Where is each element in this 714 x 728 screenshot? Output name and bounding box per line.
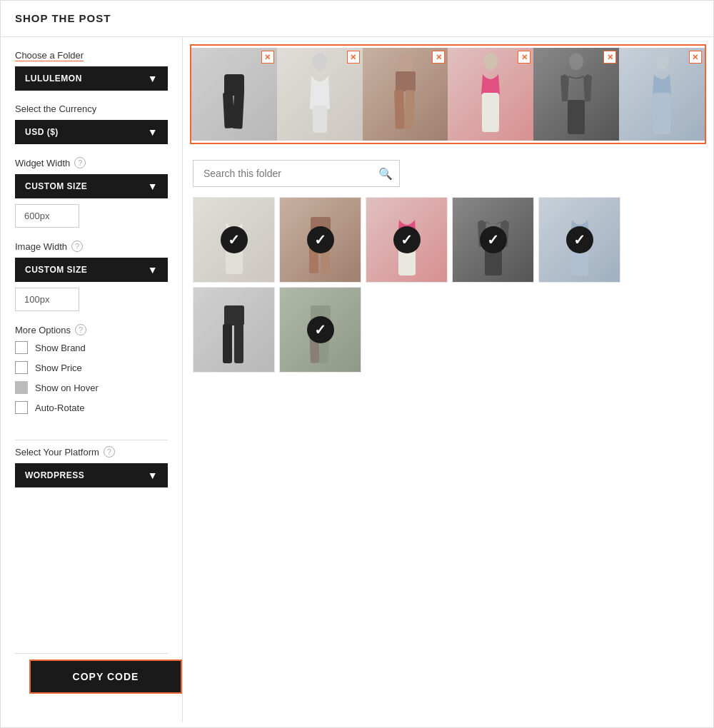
- show-brand-checkbox[interactable]: [15, 341, 28, 354]
- currency-dropdown-chevron: ▼: [148, 126, 158, 138]
- folder-panel: 🔍 ✓: [183, 151, 713, 722]
- preview-item-6: ✕: [619, 48, 705, 141]
- preview-remove-5[interactable]: ✕: [603, 51, 616, 64]
- show-hover-row: Show on Hover: [15, 381, 168, 394]
- svg-point-12: [569, 53, 583, 70]
- check-overlay-3: ✓: [393, 226, 421, 253]
- svg-rect-11: [482, 93, 499, 132]
- svg-rect-25: [234, 324, 243, 363]
- grid-item-6[interactable]: ✓: [193, 287, 275, 373]
- folder-dropdown[interactable]: LULULEMON ▼: [15, 66, 168, 91]
- preview-item-1: ✕: [191, 48, 277, 141]
- svg-point-6: [398, 53, 413, 73]
- right-panel: ✕ ✕: [183, 37, 713, 722]
- search-wrapper: 🔍: [193, 160, 703, 187]
- svg-point-4: [313, 53, 327, 70]
- copy-code-button[interactable]: COPY CODE: [29, 659, 182, 694]
- image-width-chevron: ▼: [148, 264, 158, 275]
- currency-label: Select the Currency: [15, 103, 168, 114]
- image-width-info-icon: ?: [71, 241, 83, 252]
- check-overlay-2: ✓: [307, 226, 334, 253]
- more-options-section: More Options ? Show Brand Show Price Sho…: [15, 324, 168, 421]
- preview-remove-2[interactable]: ✕: [347, 51, 360, 64]
- svg-point-14: [655, 53, 669, 70]
- check-overlay-7: ✓: [307, 316, 334, 343]
- widget-width-dropdown[interactable]: CUSTOM SIZE ▼: [15, 174, 168, 198]
- platform-dropdown[interactable]: WORDPRESS ▼: [15, 463, 168, 487]
- currency-section: Select the Currency USD ($) ▼: [15, 103, 168, 144]
- show-brand-label: Show Brand: [35, 343, 86, 353]
- preview-item-3: ✕: [363, 48, 448, 141]
- sidebar-divider: [15, 440, 168, 440]
- more-options-label: More Options ?: [15, 324, 168, 335]
- preview-remove-3[interactable]: ✕: [432, 51, 445, 64]
- platform-section: Select Your Platform ? WORDPRESS ▼: [15, 446, 168, 487]
- show-price-checkbox[interactable]: [15, 361, 28, 374]
- platform-label: Select Your Platform ?: [15, 446, 168, 457]
- show-price-row: Show Price: [15, 361, 168, 374]
- image-width-section: Image Width ? CUSTOM SIZE ▼: [15, 241, 168, 311]
- grid-item-5[interactable]: ✓: [538, 197, 620, 283]
- folder-label: Choose a Folder: [15, 50, 168, 61]
- image-width-dropdown[interactable]: CUSTOM SIZE ▼: [15, 258, 168, 282]
- image-width-input[interactable]: [15, 288, 79, 311]
- widget-width-input[interactable]: [15, 204, 79, 228]
- show-hover-checkbox[interactable]: [15, 381, 28, 394]
- widget-width-label: Widget Width ?: [15, 157, 168, 168]
- more-options-info-icon: ?: [75, 324, 86, 335]
- show-hover-label: Show on Hover: [35, 383, 99, 393]
- svg-rect-8: [394, 90, 405, 129]
- sidebar: Choose a Folder LULULEMON ▼ Select the C…: [1, 37, 183, 722]
- svg-rect-1: [224, 74, 244, 96]
- sidebar-bottom: COPY CODE: [15, 647, 168, 708]
- auto-rotate-row: Auto-Rotate: [15, 401, 168, 414]
- grid-item-4[interactable]: ✓: [452, 197, 534, 283]
- svg-rect-5: [313, 106, 327, 133]
- grid-item-1[interactable]: ✓: [193, 197, 275, 283]
- preview-remove-6[interactable]: ✕: [689, 51, 702, 64]
- widget-width-info-icon: ?: [74, 157, 86, 168]
- svg-rect-13: [568, 100, 585, 134]
- show-price-label: Show Price: [35, 363, 82, 373]
- preview-remove-4[interactable]: ✕: [518, 51, 531, 64]
- platform-info-icon: ?: [104, 446, 115, 457]
- search-input[interactable]: [193, 160, 400, 187]
- preview-item-4: ✕: [448, 48, 533, 141]
- svg-rect-3: [232, 93, 244, 129]
- preview-item-2: ✕: [277, 48, 363, 141]
- image-width-label: Image Width ?: [15, 241, 168, 252]
- svg-rect-23: [224, 305, 244, 325]
- show-brand-row: Show Brand: [15, 341, 168, 354]
- grid-item-7[interactable]: ✓: [279, 287, 361, 373]
- check-overlay-4: ✓: [480, 226, 507, 253]
- svg-rect-7: [396, 71, 416, 91]
- preview-item-5: ✕: [533, 48, 619, 141]
- folder-dropdown-chevron: ▼: [148, 73, 158, 84]
- auto-rotate-label: Auto-Rotate: [35, 403, 84, 413]
- preview-strip: ✕ ✕: [190, 44, 706, 144]
- platform-chevron: ▼: [148, 470, 158, 481]
- image-grid: ✓ ✓: [193, 197, 703, 373]
- svg-rect-9: [404, 90, 415, 129]
- widget-width-chevron: ▼: [148, 181, 158, 192]
- svg-point-10: [483, 53, 498, 70]
- page-title: SHOP THE POST: [15, 12, 111, 24]
- svg-rect-24: [223, 324, 232, 363]
- check-overlay-1: ✓: [221, 226, 248, 253]
- auto-rotate-checkbox[interactable]: [15, 401, 28, 414]
- widget-width-section: Widget Width ? CUSTOM SIZE ▼: [15, 157, 168, 228]
- currency-dropdown[interactable]: USD ($) ▼: [15, 120, 168, 144]
- check-overlay-5: ✓: [566, 226, 593, 253]
- sidebar-bottom-divider: [15, 653, 168, 654]
- grid-item-2[interactable]: ✓: [279, 197, 361, 283]
- grid-item-3[interactable]: ✓: [366, 197, 448, 283]
- svg-rect-15: [653, 93, 670, 134]
- svg-point-0: [226, 53, 243, 76]
- folder-section: Choose a Folder LULULEMON ▼: [15, 50, 168, 91]
- preview-remove-1[interactable]: ✕: [261, 51, 274, 64]
- page-header: SHOP THE POST: [1, 1, 713, 37]
